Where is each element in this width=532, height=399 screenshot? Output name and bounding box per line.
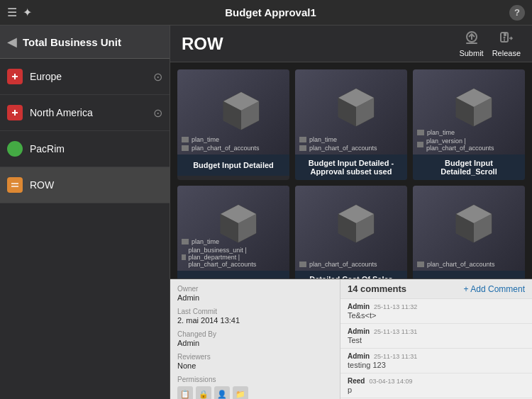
help-button[interactable]: ? [509,5,525,21]
card-expense-analysis[interactable]: plan_chart_of_accounts Detailed Expense … [413,186,525,279]
sidebar-header[interactable]: ◀ Total Business Unit [0,26,170,59]
row-icon [7,177,23,193]
perm-icon-2[interactable]: 🔒 [196,386,211,399]
card-cost-of-sales[interactable]: plan_chart_of_accounts Detailed Cost Of … [295,186,407,279]
north-america-arrow: ⊙ [153,106,162,120]
sidebar-item-north-america[interactable]: North America ⊙ [0,95,170,131]
sidebar-item-row[interactable]: ROW [0,167,170,203]
release-label: Release [492,49,521,57]
comments-header: 14 comments + Add Comment [340,279,532,299]
svg-point-6 [11,145,19,153]
sidebar-header-title: Total Business Unit [23,36,121,48]
comments-count: 14 comments [348,283,406,294]
comment-3-author: Admin [348,352,370,360]
comment-4-date: 03-04-13 14:09 [369,378,412,385]
comments-list: Admin 25-11-13 11:32 Te&s<t> Admin 25-11… [340,299,532,399]
card-1-label: Budget Input Detailed [177,154,289,176]
content-actions: Submit Release [459,30,521,57]
topbar: ☰ ✦ Budget Approval1 ? [0,0,532,26]
owner-value: Admin [177,293,333,302]
meta-changed-by: Changed By Admin [177,330,333,347]
comment-2-text: Test [348,336,525,344]
north-america-label: North America [30,107,93,118]
comment-item-4: Reed 03-04-13 14:09 p [340,373,532,398]
comment-item-3: Admin 25-11-13 11:31 testing 123 [340,349,532,373]
perm-icon-1[interactable]: 📋 [177,386,193,399]
back-button[interactable]: ◀ [7,34,17,50]
grid-row-2: plan_time plan_business_unit | plan_depa… [177,186,525,279]
comment-item-2: Admin 25-11-13 11:31 Test [340,324,532,349]
card-3-label: Budget Input Detailed_Scroll [413,154,525,180]
content-header: ROW Submit [170,26,532,62]
svg-rect-12 [466,43,477,44]
north-america-icon [7,105,23,120]
svg-rect-5 [14,110,16,116]
perm-icon-4[interactable]: 📁 [233,386,248,399]
svg-point-15 [503,36,505,38]
meta-last-commit: Last Commit 2. mai 2014 13:41 [177,308,333,325]
meta-permissions: Permissions 📋 🔒 👤 📁 [177,376,333,399]
submit-label: Submit [459,49,483,57]
sidebar-item-europe[interactable]: Europe ⊙ [0,59,170,95]
card-5-label: Detailed Cost Of Sales Analysis [295,271,407,279]
last-commit-label: Last Commit [177,308,333,315]
card-2-label: Budget Input Detailed - Approval subset … [295,154,407,180]
card-budget-input-test[interactable]: plan_time plan_business_unit | plan_depa… [177,186,289,279]
comment-item-1: Admin 25-11-13 11:32 Te&s<t> [340,299,532,324]
comments-panel: 14 comments + Add Comment Admin 25-11-13… [340,279,532,399]
comment-4-text: p [348,386,525,394]
app-title: Budget Approval1 [32,6,509,18]
apps-icon[interactable]: ✦ [23,6,32,19]
svg-rect-14 [504,33,506,36]
meta-panel: Owner Admin Last Commit 2. mai 2014 13:4… [170,279,340,399]
content-area: ROW Submit [170,26,532,399]
card-budget-input-detailed[interactable]: plan_time plan_chart_of_accounts Budget … [177,69,289,180]
comment-2-author: Admin [348,327,370,335]
meta-owner: Owner Admin [177,285,333,302]
comment-3-text: testing 123 [348,361,525,369]
topbar-left: ☰ ✦ [7,6,32,19]
reviewers-label: Reviewers [177,353,333,361]
release-button[interactable]: Release [492,30,521,57]
grid-row-1: plan_time plan_chart_of_accounts Budget … [177,69,525,180]
svg-rect-9 [11,186,18,187]
page-title: ROW [182,34,223,54]
europe-arrow: ⊙ [153,70,162,84]
europe-label: Europe [30,71,62,82]
comment-1-text: Te&s<t> [348,311,525,320]
svg-rect-2 [14,74,16,79]
comment-4-author: Reed [348,377,365,385]
add-comment-button[interactable]: + Add Comment [464,284,525,294]
owner-label: Owner [177,285,333,293]
pacrim-label: PacRim [30,143,65,154]
cards-grid: plan_time plan_chart_of_accounts Budget … [170,62,532,279]
comment-3-date: 25-11-13 11:31 [374,353,417,360]
perm-icon-3[interactable]: 👤 [214,386,230,399]
meta-reviewers: Reviewers None [177,353,333,370]
pacrim-icon [7,141,23,157]
card-budget-input-scroll[interactable]: plan_time plan_version | plan_chart_of_a… [413,69,525,180]
bottom-panels: Owner Admin Last Commit 2. mai 2014 13:4… [170,279,532,399]
svg-rect-8 [11,183,18,184]
permissions-icons: 📋 🔒 👤 📁 [177,386,333,399]
comment-2-date: 25-11-13 11:31 [374,328,417,335]
comment-1-author: Admin [348,303,370,310]
last-commit-value: 2. mai 2014 13:41 [177,316,333,325]
menu-icon[interactable]: ☰ [7,6,17,19]
reviewers-value: None [177,361,333,370]
permissions-label: Permissions [177,376,333,383]
changed-by-label: Changed By [177,330,333,338]
main-layout: ◀ Total Business Unit Europe ⊙ North Ame… [0,26,532,399]
sidebar: ◀ Total Business Unit Europe ⊙ North Ame… [0,26,170,399]
europe-icon [7,69,23,84]
card-4-label: Budget Input Detailed_test [177,271,289,279]
svg-rect-7 [11,181,19,189]
card-6-label: Detailed Expense Analysis [413,271,525,279]
row-label: ROW [30,179,54,191]
changed-by-value: Admin [177,339,333,347]
card-budget-input-approval[interactable]: plan_time plan_chart_of_accounts Budget … [295,69,407,180]
submit-button[interactable]: Submit [459,30,483,57]
comment-1-date: 25-11-13 11:32 [374,303,417,310]
sidebar-item-pacrim[interactable]: PacRim [0,131,170,167]
